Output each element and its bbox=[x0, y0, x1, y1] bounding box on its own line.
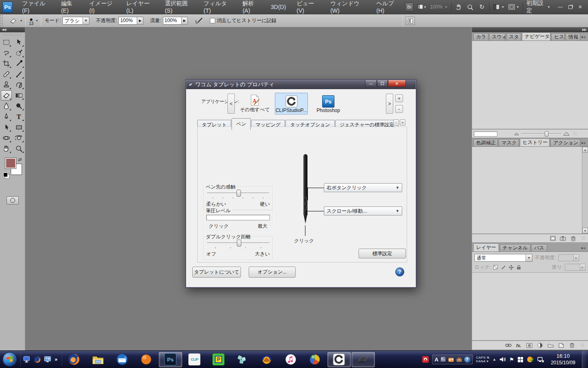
view-extras-button[interactable]: ▼ bbox=[417, 2, 427, 11]
double-click-slider[interactable] bbox=[207, 242, 269, 243]
tip-feel-slider-thumb[interactable] bbox=[236, 190, 241, 197]
menu-layer[interactable]: レイヤー(L) bbox=[121, 0, 159, 14]
tab-navigator[interactable]: ナビゲータ bbox=[522, 32, 550, 40]
tool-quick-select[interactable] bbox=[13, 48, 24, 58]
tool-blur[interactable] bbox=[1, 101, 12, 111]
clock[interactable]: 16:10 2015/10/09 bbox=[548, 353, 579, 366]
ime-toolbox-icon[interactable] bbox=[456, 357, 462, 362]
dock-collapse-button[interactable]: ▶▶ bbox=[472, 27, 588, 32]
tool-clone-stamp[interactable] bbox=[1, 80, 12, 90]
quick-launch-overflow-chevron[interactable]: » bbox=[55, 357, 58, 362]
taskbar-audacity-button[interactable] bbox=[255, 352, 278, 367]
history-scrollbar[interactable]: ▲ ▼ bbox=[582, 147, 588, 233]
zoom-out-icon[interactable] bbox=[514, 132, 519, 135]
show-hidden-icons-button[interactable]: ▲ bbox=[492, 357, 496, 361]
action-center-flag-icon[interactable]: ⚑ bbox=[509, 357, 514, 363]
network-icon[interactable] bbox=[537, 357, 544, 363]
tool-gradient[interactable] bbox=[13, 90, 24, 101]
lock-all-icon[interactable] bbox=[516, 265, 522, 270]
tool-3d-rotate[interactable] bbox=[1, 133, 12, 143]
new-group-button[interactable] bbox=[547, 343, 554, 348]
ime-help-icon[interactable]: ? bbox=[464, 357, 470, 363]
firefox-icon[interactable] bbox=[34, 356, 41, 363]
taskbar-thunderbird-button[interactable] bbox=[111, 352, 134, 367]
menu-3d[interactable]: 3D(D) bbox=[265, 0, 291, 14]
tab-channels[interactable]: チャンネル bbox=[500, 244, 530, 251]
zoom-tool-button[interactable] bbox=[466, 2, 474, 11]
tab-color[interactable]: カラ bbox=[473, 33, 488, 40]
panel-resize-grip[interactable] bbox=[581, 343, 585, 348]
tab-layers[interactable]: レイヤー bbox=[473, 243, 499, 251]
menu-filter[interactable]: フィルタ(T) bbox=[198, 0, 237, 14]
tool-crop[interactable] bbox=[1, 58, 12, 69]
tab-masks[interactable]: マスク bbox=[499, 139, 519, 146]
opacity-slider-button[interactable]: ▶ bbox=[137, 17, 143, 25]
windows-update-icon[interactable] bbox=[517, 357, 523, 363]
hand-tool-button[interactable] bbox=[455, 2, 463, 11]
airbrush-toggle[interactable] bbox=[191, 17, 207, 25]
delete-state-button[interactable] bbox=[570, 236, 577, 241]
volume-icon[interactable] bbox=[499, 357, 506, 362]
tab-scroll-right-button[interactable]: > bbox=[400, 119, 405, 126]
tool-lasso[interactable] bbox=[1, 48, 12, 58]
menu-file[interactable]: ファイル(F) bbox=[17, 0, 56, 14]
navigator-zoom-field[interactable] bbox=[474, 131, 497, 137]
taskbar-modeler-button[interactable] bbox=[231, 352, 254, 367]
pen-upper-side-switch[interactable] bbox=[304, 197, 307, 203]
eraser-tool-preset[interactable]: ▾ bbox=[6, 17, 25, 25]
panel-menu-button[interactable]: ▾≡ bbox=[581, 141, 588, 145]
app-scroll-right-button[interactable]: > bbox=[386, 94, 393, 114]
desktop-icon[interactable] bbox=[23, 356, 31, 363]
tool-spot-healing[interactable] bbox=[1, 69, 12, 79]
rotate-view-button[interactable]: ↻ bbox=[478, 2, 486, 11]
tab-scroll-left-button[interactable]: < bbox=[393, 119, 399, 126]
new-document-from-state-button[interactable] bbox=[549, 236, 556, 241]
menu-edit[interactable]: 編集(E) bbox=[56, 0, 84, 14]
tool-zoom[interactable] bbox=[13, 144, 24, 154]
toolbar-collapse-button[interactable]: ◀◀ bbox=[0, 27, 25, 32]
erase-to-history-option[interactable]: 消去してヒストリーに記録 bbox=[207, 17, 280, 24]
tab-info[interactable]: 情報 bbox=[566, 33, 580, 40]
menu-image[interactable]: イメージ(I) bbox=[84, 0, 121, 14]
bridge-button[interactable]: Br bbox=[405, 2, 413, 11]
window-restore-button[interactable] bbox=[568, 5, 572, 9]
start-button[interactable] bbox=[2, 352, 17, 367]
new-adjustment-layer-button[interactable] bbox=[537, 343, 543, 348]
menu-select[interactable]: 選択範囲(S) bbox=[160, 0, 198, 14]
window-close-button[interactable]: ✕ bbox=[578, 4, 582, 10]
zoom-in-icon[interactable] bbox=[563, 132, 570, 136]
lock-transparency-icon[interactable] bbox=[492, 265, 499, 270]
scroll-down-icon[interactable]: ▼ bbox=[582, 228, 588, 233]
menu-window[interactable]: ウィンドウ(W) bbox=[325, 0, 371, 14]
arrange-documents-button[interactable]: ▼ bbox=[493, 2, 505, 11]
lock-move-icon[interactable] bbox=[508, 265, 514, 270]
screen-mode-button[interactable]: ▼ bbox=[508, 2, 520, 11]
tool-eyedropper[interactable] bbox=[13, 58, 24, 69]
new-layer-button[interactable] bbox=[558, 343, 565, 348]
remove-application-button[interactable]: - bbox=[395, 105, 403, 113]
blend-mode-select[interactable]: 通常 ▾ bbox=[474, 254, 532, 262]
show-desktop-button[interactable] bbox=[582, 351, 587, 368]
taskbar-firefox-button[interactable] bbox=[62, 352, 86, 367]
taskbar-clip-button[interactable]: CLIP bbox=[183, 352, 206, 367]
workspace-switcher[interactable]: 初期設定 ▼ bbox=[526, 0, 550, 14]
quick-mask-button[interactable] bbox=[7, 196, 19, 204]
taskbar-wacom-button[interactable] bbox=[352, 352, 375, 367]
tool-3d-orbit[interactable] bbox=[13, 133, 24, 143]
tool-shape[interactable] bbox=[13, 122, 24, 132]
lower-switch-function-select[interactable]: スクロール/移動... ▼ bbox=[324, 206, 402, 215]
media-player-icon[interactable] bbox=[44, 356, 51, 363]
toolbar-grip[interactable] bbox=[2, 34, 22, 36]
dialog-maximize-button[interactable] bbox=[377, 80, 388, 87]
window-minimize-button[interactable]: — bbox=[558, 4, 563, 10]
app-item-all-others[interactable]: A その他すべて bbox=[239, 94, 271, 114]
swap-colors-icon[interactable]: ⇄ bbox=[18, 157, 22, 162]
app-scroll-left-button[interactable]: < bbox=[227, 94, 235, 114]
options-button[interactable]: オプション... bbox=[249, 267, 296, 278]
antivirus-icon[interactable] bbox=[527, 356, 534, 363]
dialog-close-button[interactable]: ✕ bbox=[388, 80, 406, 87]
panel-menu-button[interactable]: ▾≡ bbox=[581, 35, 588, 39]
tab-histogram[interactable]: ヒス bbox=[551, 33, 565, 40]
tab-paths[interactable]: パス bbox=[531, 244, 547, 251]
ime-tools-icon[interactable] bbox=[448, 357, 454, 362]
